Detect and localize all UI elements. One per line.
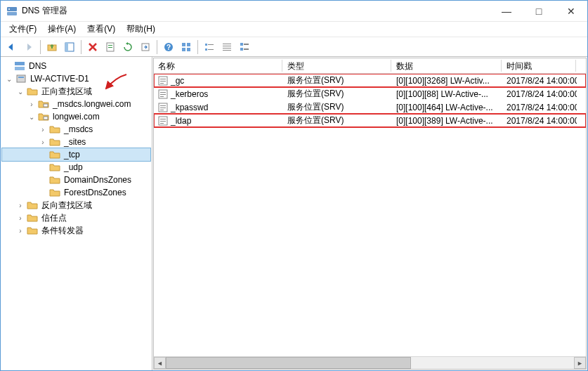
folder-icon <box>49 187 60 198</box>
tree-zone-msdcs[interactable]: › _msdcs.longwei.com <box>2 98 150 110</box>
help-icon[interactable]: ? <box>161 39 176 55</box>
svg-rect-25 <box>244 44 249 45</box>
expand-toggle[interactable]: › <box>39 126 47 134</box>
table-row[interactable]: _kerberos服务位置(SRV)[0][100][88] LW-Active… <box>154 87 586 100</box>
close-button[interactable]: ✕ <box>555 1 587 21</box>
collapse-toggle[interactable]: ⌄ <box>5 75 13 83</box>
col-type[interactable]: 类型 <box>283 58 392 73</box>
table-row[interactable]: _kpasswd服务位置(SRV)[0][100][464] LW-Active… <box>154 100 586 114</box>
svg-rect-47 <box>160 119 166 119</box>
server-icon <box>15 73 27 84</box>
folder-icon <box>49 124 60 135</box>
col-name[interactable]: 名称 <box>154 58 283 73</box>
svg-rect-45 <box>160 110 164 110</box>
list-body[interactable]: _gc服务位置(SRV)[0][100][3268] LW-Activ...20… <box>154 74 586 356</box>
expand-toggle[interactable]: › <box>39 138 47 146</box>
view-tiles-icon[interactable] <box>237 39 252 55</box>
list-pane: 名称 类型 数据 时间戳 _gc服务位置(SRV)[0][100][3268] … <box>153 58 587 370</box>
refresh-icon[interactable] <box>120 39 136 55</box>
svg-rect-43 <box>160 105 166 106</box>
folder-icon <box>49 136 60 148</box>
svg-rect-8 <box>108 47 112 48</box>
folder-icon <box>27 200 38 211</box>
svg-rect-36 <box>160 81 166 82</box>
menu-help[interactable]: 帮助(H) <box>121 22 161 37</box>
tree-server[interactable]: ⌄ LW-ACTIVE-D1 <box>2 72 150 85</box>
maximize-button[interactable]: □ <box>523 1 555 21</box>
view-large-icon[interactable] <box>178 39 194 55</box>
tree-cond-fwd[interactable]: › 条件转发器 <box>2 224 150 237</box>
view-list-icon[interactable] <box>202 39 217 55</box>
scroll-right-icon[interactable]: ► <box>574 357 586 369</box>
cell-type: 服务位置(SRV) <box>283 86 392 101</box>
folder-icon <box>49 162 60 173</box>
tree-sub-sites[interactable]: › _sites <box>2 136 150 148</box>
tree-sub-ddz[interactable]: DomainDnsZones <box>2 174 150 186</box>
dns-root-icon <box>14 60 25 72</box>
menu-action[interactable]: 操作(A) <box>42 22 81 37</box>
svg-rect-29 <box>15 67 25 70</box>
col-data[interactable]: 数据 <box>392 58 502 73</box>
new-sheet-icon[interactable] <box>103 39 118 55</box>
svg-rect-49 <box>160 123 164 124</box>
cell-data: [0][100][389] LW-Active-... <box>392 115 502 127</box>
table-row[interactable]: _ldap服务位置(SRV)[0][100][389] LW-Active-..… <box>154 114 586 127</box>
titlebar: DNS 管理器 — □ ✕ <box>1 1 587 22</box>
tree-zone-domain[interactable]: ⌄ longwei.com <box>2 110 150 123</box>
menu-file[interactable]: 文件(F) <box>4 22 42 37</box>
svg-rect-40 <box>160 94 166 95</box>
svg-rect-21 <box>223 46 231 46</box>
tree-rev-zone[interactable]: › 反向查找区域 <box>2 199 150 211</box>
toolbar: ? <box>1 37 587 57</box>
cell-data: [0][100][3268] LW-Activ... <box>392 74 502 87</box>
cell-ts: 2017/8/24 14:00:00 <box>502 115 577 127</box>
svg-rect-32 <box>44 104 48 107</box>
expand-toggle[interactable]: › <box>27 100 36 108</box>
collapse-toggle[interactable]: ⌄ <box>16 88 25 96</box>
expand-toggle[interactable]: › <box>16 227 25 235</box>
back-icon[interactable] <box>4 39 19 55</box>
record-icon <box>158 89 168 99</box>
dns-app-icon <box>6 6 18 17</box>
forward-icon[interactable] <box>21 39 37 55</box>
cell-name: _kpasswd <box>154 101 283 114</box>
export-icon[interactable] <box>138 39 153 55</box>
menu-view[interactable]: 查看(V) <box>81 22 121 37</box>
tree-sub-fdz[interactable]: ForestDnsZones <box>2 186 150 199</box>
view-details-icon[interactable] <box>219 39 235 55</box>
cell-ts: 2017/8/24 14:00:00 <box>502 88 577 100</box>
expand-toggle[interactable]: › <box>16 202 25 209</box>
tree-pane[interactable]: DNS ⌄ LW-ACTIVE-D1 ⌄ 正向查找区域 › _msdcs.lon… <box>1 57 152 370</box>
svg-rect-23 <box>223 50 231 51</box>
horizontal-scrollbar[interactable]: ◄ ► <box>154 356 586 369</box>
svg-text:?: ? <box>166 44 171 51</box>
properties-pane-icon[interactable] <box>62 39 77 55</box>
svg-rect-16 <box>205 44 207 46</box>
table-row[interactable]: _gc服务位置(SRV)[0][100][3268] LW-Activ...20… <box>154 74 586 87</box>
record-icon <box>158 103 168 112</box>
svg-rect-35 <box>160 79 166 79</box>
collapse-toggle[interactable]: ⌄ <box>27 113 36 121</box>
cell-type: 服务位置(SRV) <box>283 113 392 128</box>
svg-rect-24 <box>240 43 243 46</box>
tree-sub-msdcs[interactable]: › _msdcs <box>2 123 150 136</box>
tree-fwd-zone[interactable]: ⌄ 正向查找区域 <box>2 85 150 98</box>
col-ts[interactable]: 时间戳 <box>502 58 577 73</box>
svg-rect-39 <box>160 92 166 93</box>
scroll-thumb[interactable] <box>166 357 411 369</box>
svg-rect-20 <box>223 44 231 44</box>
svg-point-2 <box>8 8 10 10</box>
tree-trust[interactable]: › 信任点 <box>2 211 150 224</box>
tree-sub-udp[interactable]: _udp <box>2 161 150 174</box>
cell-data: [0][100][88] LW-Active-... <box>392 88 502 100</box>
window-title: DNS 管理器 <box>22 5 490 17</box>
zone-icon <box>38 98 49 110</box>
expand-toggle[interactable]: › <box>16 214 25 222</box>
scroll-left-icon[interactable]: ◄ <box>154 357 166 369</box>
tree-sub-tcp[interactable]: _tcp <box>2 148 150 161</box>
tree-root-dns[interactable]: DNS <box>2 60 150 72</box>
folder-icon <box>27 212 38 223</box>
up-folder-icon[interactable] <box>44 39 60 55</box>
delete-icon[interactable] <box>85 39 100 55</box>
minimize-button[interactable]: — <box>490 1 523 21</box>
